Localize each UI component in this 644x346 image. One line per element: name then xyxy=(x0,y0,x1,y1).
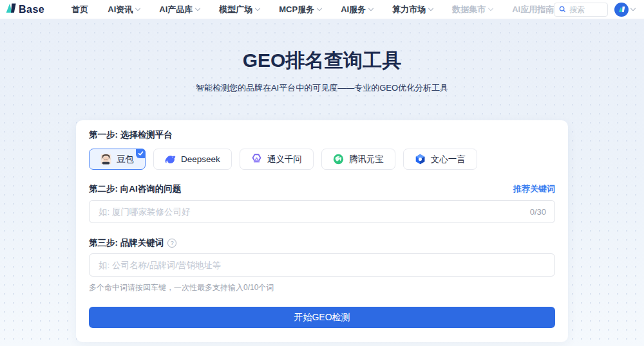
help-icon[interactable]: ? xyxy=(167,239,176,248)
chevron-down-icon xyxy=(135,6,140,11)
tongyi-icon xyxy=(251,154,262,165)
nav-item-7[interactable]: 算力市场 xyxy=(392,4,433,15)
platform-option-文心一言[interactable]: 文心一言 xyxy=(403,149,477,170)
nav-item-6[interactable]: AI服务 xyxy=(341,4,373,15)
logo-text: Base xyxy=(19,4,44,15)
chevron-down-icon xyxy=(368,6,374,11)
yuanbao-icon xyxy=(333,154,344,165)
chevron-down-icon xyxy=(255,6,260,11)
nav-item-4[interactable]: 模型广场 xyxy=(219,4,260,15)
nav-item-8[interactable]: 数据集市 xyxy=(452,4,493,15)
question-input[interactable] xyxy=(89,200,555,223)
chevron-down-icon xyxy=(428,6,433,11)
aibase-logo-icon xyxy=(5,2,17,17)
platform-option-腾讯元宝[interactable]: 腾讯元宝 xyxy=(321,149,395,170)
aibase-logo[interactable]: Base xyxy=(5,2,44,17)
selected-check-icon xyxy=(136,149,146,158)
search-icon xyxy=(559,4,566,15)
user-menu[interactable] xyxy=(614,3,635,17)
chevron-down-icon xyxy=(317,6,322,11)
nav-item-3[interactable]: AI产品库 xyxy=(159,4,200,15)
top-navbar: Base 首页 AI资讯 AI产品库 模型广场 MCP服务 AI服务 算力市场 … xyxy=(0,0,644,19)
geo-query-card: 第一步: 选择检测平台 豆包 Deepseek 通义千问 腾讯元宝 文心一言 第… xyxy=(76,120,568,342)
avatar[interactable] xyxy=(614,3,629,17)
platform-option-Deepseek[interactable]: Deepseek xyxy=(153,149,232,170)
question-char-counter: 0/30 xyxy=(530,207,546,217)
recommend-keywords-link[interactable]: 推荐关键词 xyxy=(513,183,555,195)
nav-menu: 首页 AI资讯 AI产品库 模型广场 MCP服务 AI服务 算力市场 数据集市 … xyxy=(71,4,554,15)
step2-label: 第二步: 向AI咨询的问题 xyxy=(89,184,181,194)
page-title: GEO排名查询工具 xyxy=(0,49,644,72)
nav-item-9[interactable]: AI应用指南 xyxy=(512,4,554,15)
hero-section: GEO排名查询工具 智能检测您的品牌在AI平台中的可见度——专业的GEO优化分析… xyxy=(0,19,644,94)
brand-keywords-input[interactable] xyxy=(89,253,555,277)
platform-option-豆包[interactable]: 豆包 xyxy=(89,149,146,170)
platform-options: 豆包 Deepseek 通义千问 腾讯元宝 文心一言 xyxy=(89,149,555,170)
nav-item-5[interactable]: MCP服务 xyxy=(279,4,321,15)
search-box[interactable] xyxy=(554,3,608,17)
page-background: GEO排名查询工具 智能检测您的品牌在AI平台中的可见度——专业的GEO优化分析… xyxy=(0,19,644,346)
wenxin-icon xyxy=(415,154,426,165)
nav-item-2[interactable]: AI资讯 xyxy=(108,4,140,15)
chevron-down-icon xyxy=(630,6,636,11)
page-subtitle: 智能检测您的品牌在AI平台中的可见度——专业的GEO优化分析工具 xyxy=(0,82,644,94)
step1-label: 第一步: 选择检测平台 xyxy=(89,130,555,140)
deepseek-icon xyxy=(165,154,176,165)
chevron-down-icon xyxy=(195,6,200,11)
chevron-down-icon xyxy=(488,6,493,11)
search-input[interactable] xyxy=(569,5,601,14)
doubao-icon xyxy=(100,154,111,165)
start-geo-check-button[interactable]: 开始GEO检测 xyxy=(89,307,555,328)
platform-option-通义千问[interactable]: 通义千问 xyxy=(240,149,314,170)
keywords-hint: 多个命中词请按回车键，一次性最多支持输入0/10个词 xyxy=(89,282,555,293)
step3-label: 第三步: 品牌关键词 xyxy=(89,238,164,248)
nav-item-1[interactable]: 首页 xyxy=(71,4,88,15)
